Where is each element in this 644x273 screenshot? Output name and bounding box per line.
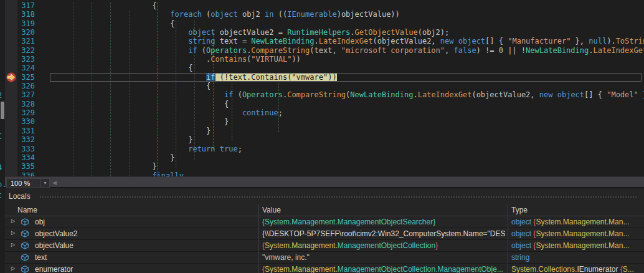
line-number: 334 [0,153,37,162]
line-number: 328 [0,100,37,108]
code-text: if (!text.Contains("vmware")) [44,73,337,82]
code-line[interactable]: 334 } [0,153,644,162]
variable-name: objectValue2 [35,229,78,238]
breakpoint-current-statement-icon[interactable] [6,72,16,82]
left-edge-fragment-strip: 2C4o.c [0,0,5,273]
expander-arrow-icon[interactable]: ▷ [11,230,15,236]
code-text: if (Operators.CompareString(NewLateBindi… [44,90,644,99]
locals-row[interactable]: ▷objectValue2{\\DESKTOP-5P7SEFF\root\cim… [0,228,644,240]
code-line[interactable]: 319 { [0,19,644,28]
code-text: } [44,117,229,126]
line-number: 336 [0,171,37,176]
locals-title-bar[interactable]: Locals [0,188,644,204]
code-text: foreach (object obj2 in ((IEnumerable)ob… [44,10,400,19]
code-line[interactable]: 317 { [0,1,644,10]
column-header-name[interactable]: Name [17,206,37,214]
edge-scrollbar-thumb [1,102,4,119]
horizontal-scrollbar[interactable]: ◀ [51,177,644,188]
code-text: string text = NewLateBinding.LateIndexGe… [44,37,644,46]
code-line[interactable]: 331 } [0,127,644,135]
locals-row[interactable]: ▷enumerator{System.Management.Management… [0,264,644,273]
code-text: } [44,135,192,144]
column-header-type[interactable]: Type [511,206,528,214]
variable-icon [21,218,29,228]
code-text: } [44,127,211,135]
variable-type: object {System.Management.Man... [511,241,642,250]
variable-name: text [35,253,47,262]
line-number: 318 [0,10,37,19]
code-line[interactable]: 333 return true; [0,145,644,153]
locals-row[interactable]: text"vmware, inc."string [0,252,644,264]
code-line[interactable]: 328 { [0,100,644,108]
scroll-left-arrow-icon[interactable]: ◀ [52,180,57,186]
code-line[interactable]: 323 .Contains("VIRTUAL")) [0,55,644,64]
edge-text-fragment: c [0,191,2,199]
edge-text-fragment: C [0,132,2,141]
code-text: { [44,19,175,28]
code-text: } [44,153,175,162]
line-number: 323 [0,55,37,64]
column-header-value[interactable]: Value [262,206,281,214]
code-line[interactable]: 330 } [0,117,644,126]
code-line[interactable]: 332 } [0,135,644,144]
line-number: 319 [0,19,37,28]
code-editor[interactable]: 317 {318 foreach (object obj2 in ((IEnum… [0,0,644,176]
code-line[interactable]: 327 if (Operators.CompareString(NewLateB… [0,90,644,99]
chevron-down-icon[interactable]: ▼ [40,179,49,187]
expander-arrow-icon[interactable]: ▷ [11,266,15,271]
variable-name: enumerator [35,265,73,273]
title-drag-grip [39,195,638,199]
line-number: 332 [0,135,37,144]
variable-icon [21,229,29,240]
code-text: .Contains("VIRTUAL")) [44,55,301,64]
variable-type: string [511,253,642,262]
line-number: 317 [0,1,37,10]
edge-text-fragment: 2 [0,91,2,100]
code-line[interactable]: 324 { [0,64,644,72]
column-divider[interactable] [258,204,259,273]
variable-type: System.Collections.IEnumerator {S... [511,265,642,273]
variable-value[interactable]: {System.Management.ManagementObjectColle… [262,241,505,250]
code-line[interactable]: 329 continue; [0,108,644,117]
code-lines: 317 {318 foreach (object obj2 in ((IEnum… [0,1,644,176]
variable-value[interactable]: {\\DESKTOP-5P7SEFF\root\cimv2:Win32_Comp… [262,229,505,238]
variable-value[interactable]: "vmware, inc." [262,253,505,262]
code-line[interactable]: 322 if (Operators.CompareString(text, "m… [0,46,644,55]
edge-text-fragment: o. [0,180,5,189]
code-line[interactable]: 318 foreach (object obj2 in ((IEnumerabl… [0,10,644,19]
variable-icon [21,265,29,273]
code-text: object objectValue2 = RuntimeHelpers.Get… [44,28,449,37]
zoom-level-value: 100 % [7,180,40,187]
code-text: { [44,64,192,72]
line-number: 335 [0,162,37,171]
line-number: 322 [0,46,37,55]
locals-panel-title: Locals [9,192,31,201]
code-line[interactable]: 336 finally [0,171,644,176]
line-number: 333 [0,145,37,153]
variable-value[interactable]: {System.Management.ManagementObjectSearc… [262,218,505,226]
expander-arrow-icon[interactable]: ▷ [11,242,15,247]
column-divider[interactable] [508,204,508,273]
code-text: { [44,82,211,90]
zoom-level-select[interactable]: 100 % ▼ [6,178,50,188]
variable-type: object {System.Management.Man... [511,218,642,226]
code-text: if (Operators.CompareString(text, "micro… [44,46,644,55]
code-line[interactable]: 326 { [0,82,644,90]
locals-row[interactable]: ▷obj{System.Management.ManagementObjectS… [0,216,644,228]
code-line[interactable]: 320 object objectValue2 = RuntimeHelpers… [0,28,644,37]
locals-grid: Name Value Type ▷obj{System.Management.M… [0,204,644,273]
code-text: finally [44,171,184,176]
expander-arrow-icon[interactable]: ▷ [11,218,15,224]
code-line[interactable]: 325 if (!text.Contains("vmware")) [0,73,644,82]
edge-text-fragment: 4 [0,163,2,172]
code-line[interactable]: 335 } [0,162,644,171]
code-line[interactable]: 321 string text = NewLateBinding.LateInd… [0,37,644,46]
variable-value[interactable]: {System.Management.ManagementObjectColle… [262,265,505,273]
locals-row[interactable]: ▷objectValue{System.Management.Managemen… [0,240,644,252]
line-number: 324 [0,64,37,72]
line-number: 330 [0,117,37,126]
variable-name: objectValue [35,241,73,250]
line-number: 320 [0,28,37,37]
line-number: 326 [0,82,37,90]
line-number: 331 [0,127,37,135]
